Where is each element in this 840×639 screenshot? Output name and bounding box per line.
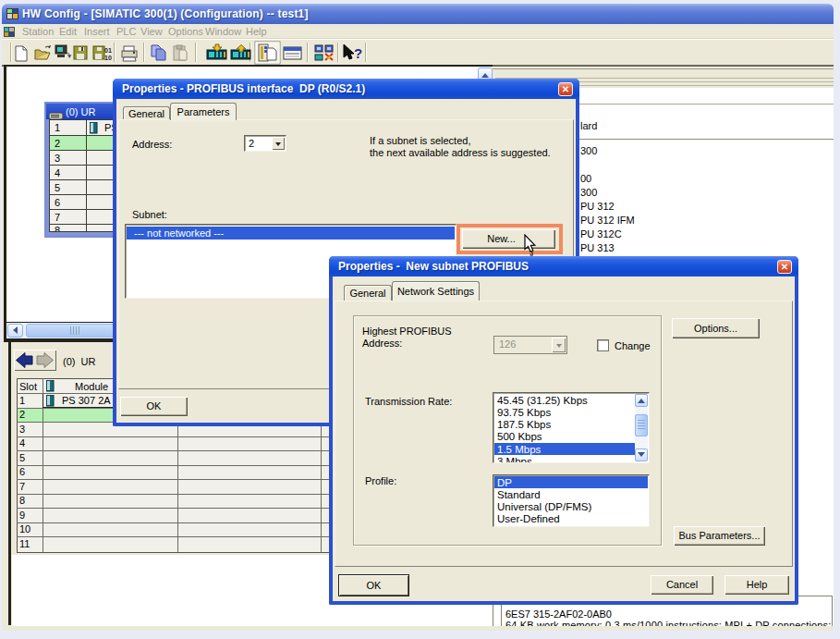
svg-text:?: ? — [354, 45, 362, 61]
svg-text:10: 10 — [104, 55, 112, 61]
svg-text:01: 01 — [104, 47, 112, 54]
